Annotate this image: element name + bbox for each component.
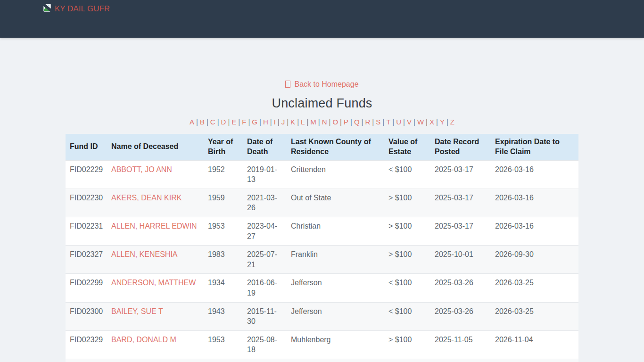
cell: 1959 (204, 189, 243, 217)
alphabet-letter-u[interactable]: U (396, 118, 402, 126)
cell: 1953 (204, 217, 243, 245)
alphabet-letter-e[interactable]: E (231, 118, 237, 126)
cell: ABBOTT, JO ANN (107, 160, 204, 189)
column-header: Last Known County of Residence (287, 134, 384, 160)
alphabet-nav: A|B|C|D|E|F|G|H|I|J|K|L|M|N|O|P|Q|R|S|T|… (0, 118, 644, 126)
alphabet-separator: | (296, 118, 300, 126)
alphabet-letter-r[interactable]: R (365, 118, 371, 126)
alphabet-letter-i[interactable]: I (273, 118, 276, 126)
cell: FID02229 (66, 160, 107, 189)
alphabet-letter-c[interactable]: C (210, 118, 216, 126)
top-navbar: KY DAIL GUFR (0, 0, 644, 38)
alphabet-separator: | (216, 118, 221, 126)
cell: 2019-01-13 (243, 160, 287, 189)
cell: ALLEN, KENESHIA (107, 246, 204, 274)
cell: ANDERSON, MATTHEW (107, 274, 204, 302)
cell: BATES, DONALD (107, 359, 204, 362)
alphabet-separator: | (258, 118, 263, 126)
alphabet-letter-n[interactable]: N (322, 118, 328, 126)
cell: Jefferson (287, 302, 384, 330)
alphabet-letter-o[interactable]: O (332, 118, 339, 126)
cell: 2015-11-30 (243, 302, 287, 330)
table-header: Fund IDName of DeceasedYear of BirthDate… (66, 134, 578, 160)
back-to-homepage-link[interactable]: Back to Homepage (285, 80, 358, 89)
cell: FID02329 (66, 330, 107, 359)
alphabet-letter-w[interactable]: W (417, 118, 424, 126)
cell: < $100 (384, 302, 430, 330)
cell: 2026-11-04 (491, 330, 578, 359)
cell: FID02323 (66, 359, 107, 362)
cell: 2025-07-21 (243, 246, 287, 274)
cell: > $100 (384, 217, 430, 245)
alphabet-separator: | (205, 118, 210, 126)
alphabet-letter-s[interactable]: S (375, 118, 381, 126)
broken-image-icon (43, 3, 53, 15)
cell: Franklin (287, 246, 384, 274)
deceased-name-link[interactable]: ANDERSON, MATTHEW (111, 279, 196, 287)
deceased-name-link[interactable]: AKERS, DEAN KIRK (111, 194, 182, 202)
alphabet-separator: | (360, 118, 365, 126)
column-header: Name of Deceased (107, 134, 204, 160)
alphabet-letter-v[interactable]: V (406, 118, 412, 126)
deceased-name-link[interactable]: ALLEN, HARREL EDWIN (111, 222, 197, 230)
table-row: FID02329BARD, DONALD M19532025-08-18Muhl… (66, 330, 578, 359)
alphabet-separator: | (412, 118, 417, 126)
table-row: FID02299ANDERSON, MATTHEW19342016-06-19J… (66, 274, 578, 302)
cell: Christian (287, 217, 384, 245)
brand-label: KY DAIL GUFR (55, 4, 110, 14)
alphabet-separator: | (424, 118, 429, 126)
cell: 2026-09-30 (491, 246, 578, 274)
alphabet-letter-x[interactable]: X (429, 118, 435, 126)
table-header-row: Fund IDName of DeceasedYear of BirthDate… (66, 134, 578, 160)
alphabet-letter-y[interactable]: Y (439, 118, 445, 126)
alphabet-separator: | (339, 118, 343, 126)
alphabet-letter-g[interactable]: G (251, 118, 258, 126)
alphabet-separator: | (247, 118, 251, 126)
cell: 2025-03-26 (430, 302, 491, 330)
column-header: Value of Estate (384, 134, 430, 160)
page-title: Unclaimed Funds (0, 96, 644, 111)
alphabet-letter-b[interactable]: B (199, 118, 205, 126)
cell: 2021-12-26 (243, 359, 287, 362)
alphabet-separator: | (285, 118, 290, 126)
deceased-name-link[interactable]: ALLEN, KENESHIA (111, 250, 178, 258)
deceased-name-link[interactable]: ABBOTT, JO ANN (111, 165, 172, 173)
alphabet-letter-m[interactable]: M (310, 118, 317, 126)
deceased-name-link[interactable]: BARD, DONALD M (111, 336, 176, 344)
cell: 2026-03-16 (491, 160, 578, 189)
cell: 1964 (204, 359, 243, 362)
cell: Jefferson (287, 274, 384, 302)
column-header: Date Record Posted (430, 134, 491, 160)
cell: 2026-09-10 (491, 359, 578, 362)
alphabet-letter-l[interactable]: L (300, 118, 305, 126)
table-row: FID02300BAILEY, SUE T19432015-11-30Jeffe… (66, 302, 578, 330)
alphabet-letter-f[interactable]: F (241, 118, 247, 126)
table-row: FID02231ALLEN, HARREL EDWIN19532023-04- … (66, 217, 578, 245)
alphabet-letter-j[interactable]: J (281, 118, 286, 126)
alphabet-letter-p[interactable]: P (343, 118, 349, 126)
cell: BARD, DONALD M (107, 330, 204, 359)
alphabet-letter-z[interactable]: Z (450, 118, 455, 126)
brand-link[interactable]: KY DAIL GUFR (43, 3, 110, 15)
alphabet-separator: | (276, 118, 281, 126)
alphabet-letter-k[interactable]: K (290, 118, 296, 126)
alphabet-separator: | (269, 118, 273, 126)
cell: > $100 (384, 189, 430, 217)
cell: 2016-06-19 (243, 274, 287, 302)
cell: 2025-08-18 (243, 330, 287, 359)
cell: 2025-09-11 (430, 359, 491, 362)
alphabet-letter-t[interactable]: T (386, 118, 391, 126)
alphabet-letter-a[interactable]: A (189, 118, 195, 126)
unclaimed-funds-table: Fund IDName of DeceasedYear of BirthDate… (66, 134, 578, 362)
alphabet-letter-q[interactable]: Q (354, 118, 360, 126)
cell: 2026-03-25 (491, 302, 578, 330)
alphabet-letter-d[interactable]: D (221, 118, 227, 126)
alphabet-letter-h[interactable]: H (263, 118, 269, 126)
cell: < $100 (384, 160, 430, 189)
deceased-name-link[interactable]: BAILEY, SUE T (111, 307, 163, 315)
alphabet-separator: | (402, 118, 406, 126)
cell: FID02300 (66, 302, 107, 330)
cell: 2025-11-05 (430, 330, 491, 359)
cell: > $100 (384, 359, 430, 362)
cell: < $100 (384, 274, 430, 302)
